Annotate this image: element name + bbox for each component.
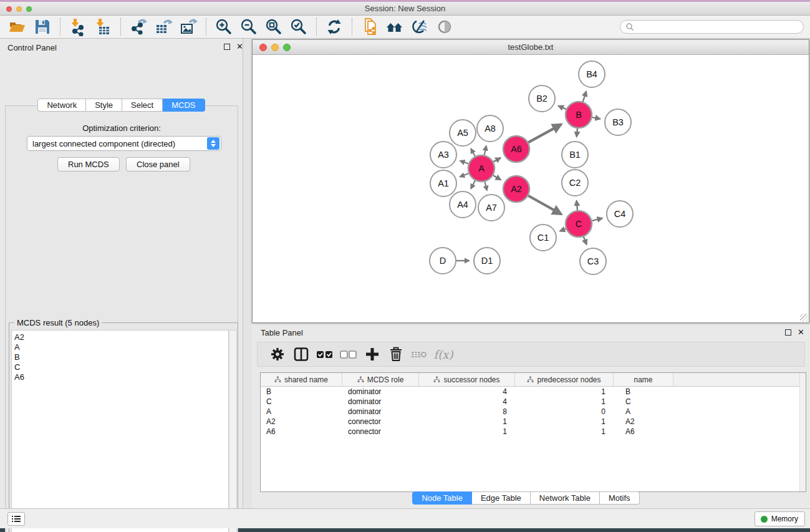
graph-node-C[interactable]: C bbox=[566, 211, 592, 237]
table-settings-button[interactable] bbox=[266, 344, 289, 364]
graph-edge[interactable] bbox=[493, 175, 501, 180]
column-header-name[interactable]: name bbox=[614, 373, 673, 386]
graph-node-C3[interactable]: C3 bbox=[580, 248, 606, 274]
graph-edge[interactable] bbox=[558, 106, 566, 109]
graph-edge[interactable] bbox=[592, 218, 602, 221]
import-table-button[interactable] bbox=[92, 17, 113, 37]
graph-node-A[interactable]: A bbox=[468, 155, 494, 181]
save-session-button[interactable] bbox=[32, 17, 53, 37]
export-image-button[interactable] bbox=[178, 17, 199, 37]
table-scrollbar[interactable] bbox=[799, 373, 806, 491]
zoom-out-button[interactable] bbox=[238, 17, 259, 37]
zoom-window-button[interactable] bbox=[26, 6, 32, 12]
mcds-result-item[interactable]: C bbox=[14, 362, 228, 372]
graph-node-C2[interactable]: C2 bbox=[562, 170, 588, 196]
graph-node-A7[interactable]: A7 bbox=[478, 195, 504, 221]
close-table-panel-icon[interactable]: ✕ bbox=[798, 329, 804, 336]
graph-edge[interactable] bbox=[577, 201, 577, 210]
graph-node-B2[interactable]: B2 bbox=[529, 85, 555, 112]
network-minimize-button[interactable] bbox=[271, 44, 279, 51]
graph-node-A3[interactable]: A3 bbox=[430, 142, 456, 168]
first-neighbors-button[interactable] bbox=[384, 17, 405, 37]
graph-edge[interactable] bbox=[577, 128, 577, 137]
mcds-list-scrollbar[interactable] bbox=[229, 330, 237, 532]
function-builder-button[interactable]: f(x) bbox=[432, 344, 455, 364]
column-header-MCDS-role[interactable]: MCDS role bbox=[342, 373, 419, 386]
graph-node-A8[interactable]: A8 bbox=[477, 115, 503, 142]
run-mcds-button[interactable]: Run MCDS bbox=[57, 157, 120, 172]
graph-node-B[interactable]: B bbox=[566, 102, 592, 128]
graph-node-B4[interactable]: B4 bbox=[579, 61, 605, 87]
tab-mcds[interactable]: MCDS bbox=[163, 99, 205, 112]
graph-node-D1[interactable]: D1 bbox=[474, 248, 500, 274]
close-panel-icon[interactable]: ✕ bbox=[236, 44, 243, 50]
graph-node-A5[interactable]: A5 bbox=[450, 120, 476, 146]
network-window-titlebar[interactable]: testGlobe.txt bbox=[253, 40, 809, 55]
graph-edge[interactable] bbox=[460, 173, 469, 177]
graph-node-A2[interactable]: A2 bbox=[503, 176, 529, 202]
mcds-result-list[interactable]: A2ABCA6 bbox=[11, 330, 229, 532]
mcds-result-item[interactable]: A bbox=[14, 342, 228, 352]
graph-edge[interactable] bbox=[528, 124, 561, 142]
graph-node-D[interactable]: D bbox=[430, 248, 456, 274]
float-table-panel-icon[interactable] bbox=[785, 329, 791, 336]
tab-style[interactable]: Style bbox=[86, 99, 122, 112]
open-session-button[interactable] bbox=[7, 17, 28, 37]
graph-edge[interactable] bbox=[583, 91, 586, 102]
show-panel-menu-button[interactable] bbox=[7, 512, 25, 526]
new-network-from-selection-button[interactable] bbox=[359, 17, 380, 37]
zoom-selected-button[interactable] bbox=[288, 17, 309, 37]
mcds-result-item[interactable]: B bbox=[14, 352, 228, 362]
split-panel-button[interactable] bbox=[290, 344, 312, 364]
graph-node-A1[interactable]: A1 bbox=[430, 170, 456, 196]
tab-node-table[interactable]: Node Table bbox=[412, 491, 472, 505]
export-network-button[interactable] bbox=[128, 17, 149, 37]
unselect-all-columns-button[interactable] bbox=[337, 344, 360, 364]
zoom-in-button[interactable] bbox=[213, 17, 234, 37]
network-zoom-button[interactable] bbox=[283, 44, 291, 51]
graph-edge[interactable] bbox=[560, 229, 566, 231]
graph-node-B3[interactable]: B3 bbox=[605, 109, 631, 135]
tab-network[interactable]: Network bbox=[37, 99, 86, 112]
graph-edge[interactable] bbox=[471, 148, 475, 156]
network-close-button[interactable] bbox=[259, 44, 267, 51]
graph-edge[interactable] bbox=[528, 196, 561, 215]
refresh-layout-button[interactable] bbox=[324, 17, 345, 37]
search-input[interactable] bbox=[620, 20, 804, 34]
graph-node-B1[interactable]: B1 bbox=[562, 142, 588, 168]
close-panel-button[interactable]: Close panel bbox=[126, 157, 190, 172]
add-column-button[interactable] bbox=[361, 344, 383, 364]
column-header-successor-nodes[interactable]: successor nodes bbox=[419, 373, 515, 386]
graph-edge[interactable] bbox=[471, 181, 475, 189]
graph-node-C4[interactable]: C4 bbox=[607, 201, 633, 227]
delete-table-button[interactable] bbox=[408, 344, 431, 364]
network-canvas[interactable]: AA1A2A3A4A5A6A7A8BB1B2B3B4CC1C2C3C4DD1 bbox=[253, 55, 809, 322]
table-row[interactable]: A2connector11A2 bbox=[261, 417, 806, 427]
show-hide-button[interactable] bbox=[434, 17, 455, 37]
mcds-result-item[interactable]: A2 bbox=[14, 332, 228, 342]
float-panel-icon[interactable] bbox=[224, 44, 230, 50]
graph-edge[interactable] bbox=[584, 237, 587, 245]
graph-edge[interactable] bbox=[485, 181, 487, 190]
graph-node-A4[interactable]: A4 bbox=[450, 191, 476, 218]
zoom-fit-button[interactable] bbox=[263, 17, 284, 37]
optimization-criterion-select[interactable]: largest connected component (directed) bbox=[27, 136, 221, 151]
graph-edge[interactable] bbox=[592, 117, 600, 118]
graph-edge[interactable] bbox=[460, 161, 468, 164]
table-row[interactable]: Bdominator41B bbox=[261, 387, 806, 397]
graph-node-C1[interactable]: C1 bbox=[530, 225, 556, 251]
graph-edge[interactable] bbox=[493, 158, 501, 162]
tab-network-table[interactable]: Network Table bbox=[531, 491, 600, 505]
mcds-result-item[interactable]: A6 bbox=[14, 372, 228, 382]
column-header-predecessor-nodes[interactable]: predecessor nodes bbox=[515, 373, 614, 386]
graph-edge[interactable] bbox=[485, 146, 486, 155]
tab-edge-table[interactable]: Edge Table bbox=[472, 491, 531, 505]
table-row[interactable]: Cdominator41C bbox=[261, 397, 806, 407]
hide-graphics-details-button[interactable] bbox=[409, 17, 430, 37]
close-window-button[interactable] bbox=[6, 6, 12, 12]
export-table-button[interactable] bbox=[153, 17, 174, 37]
table-row[interactable]: A6connector11A6 bbox=[261, 427, 806, 437]
table-row[interactable]: Adominator80A bbox=[261, 407, 806, 417]
import-network-button[interactable] bbox=[67, 17, 89, 37]
resize-handle[interactable] bbox=[800, 314, 808, 322]
